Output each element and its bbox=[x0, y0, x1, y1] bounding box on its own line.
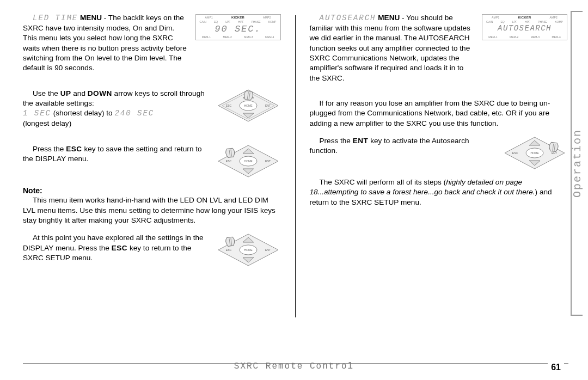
lcd-amp2: AMP2 bbox=[263, 16, 271, 19]
display-esc-paragraph: At this point you have explored all the … bbox=[23, 233, 208, 263]
autosearch-paragraph: AUTOSEARCH MENU - You should be familiar… bbox=[310, 13, 475, 83]
remote-diagram-esc: ESC HOME ENT bbox=[216, 144, 281, 178]
up-down-block: Use the UP and DOWN arrow keys to scroll… bbox=[23, 89, 281, 137]
remote-diagram-updown: ESC HOME ENT bbox=[216, 89, 281, 122]
esc-key-label-2: ESC bbox=[112, 244, 127, 252]
note-paragraph: This menu item works hand-in-hand with t… bbox=[23, 195, 281, 225]
lcd-display-90sec: AMP1KICKERAMP2 GAINEQLPFHPFPHASEKOMP 90 … bbox=[195, 14, 281, 40]
svg-text:HOME: HOME bbox=[531, 151, 540, 155]
svg-text:ENT: ENT bbox=[265, 248, 271, 252]
content-columns: LED TIME MENU - The backlit keys on the … bbox=[23, 13, 572, 318]
svg-text:ENT: ENT bbox=[265, 104, 271, 107]
lcd-logo: KICKER bbox=[231, 16, 244, 19]
seg-1sec: 1 SEC bbox=[23, 109, 51, 118]
svg-text:HOME: HOME bbox=[244, 104, 253, 107]
left-column: LED TIME MENU - The backlit keys on the … bbox=[23, 13, 281, 318]
remote-diagram-ent: ESC HOME ENT bbox=[502, 136, 567, 170]
seg-autosearch: AUTOSEARCH bbox=[320, 14, 376, 22]
autosearch-text: - You should be familiar with this menu … bbox=[310, 14, 470, 82]
svg-text:ESC: ESC bbox=[512, 151, 518, 155]
lcd-display-autosearch: AMP1KICKERAMP2 GAINEQLPFHPFPHASEKOMP AUT… bbox=[482, 14, 567, 40]
footer-title: SXRC Remote Control bbox=[0, 361, 588, 371]
led-time-text: - The backlit keys on the SXRC have two … bbox=[23, 14, 187, 72]
ent-key-label: ENT bbox=[353, 137, 369, 145]
column-divider bbox=[295, 15, 296, 317]
led-time-paragraph: LED TIME MENU - The backlit keys on the … bbox=[23, 13, 188, 73]
ent-activate-paragraph: Press the ENT key to activate the Autose… bbox=[310, 136, 495, 156]
menu-label: MENU bbox=[78, 14, 102, 22]
lcd-main-text-1: 90 SEC. bbox=[196, 24, 280, 34]
ent-activate-block: Press the ENT key to activate the Autose… bbox=[310, 136, 568, 170]
esc-save-paragraph: Press the ESC key to save the setting an… bbox=[23, 144, 208, 164]
esc-save-block: Press the ESC key to save the setting an… bbox=[23, 144, 281, 178]
svg-text:ENT: ENT bbox=[552, 151, 557, 155]
perform-steps-paragraph: The SXRC will perform all of its steps (… bbox=[310, 177, 568, 207]
lcd-amp1: AMP1 bbox=[205, 16, 212, 19]
esc-key-label: ESC bbox=[66, 145, 82, 153]
page-number: 61 bbox=[548, 363, 564, 372]
seg-led-time: LED TIME bbox=[33, 14, 78, 22]
svg-text:ENT: ENT bbox=[265, 160, 271, 163]
svg-text:HOME: HOME bbox=[244, 160, 253, 163]
svg-text:ESC: ESC bbox=[225, 160, 231, 163]
seg-240sec: 240 SEC bbox=[114, 109, 154, 118]
sidebar-label: Operation bbox=[571, 129, 584, 198]
svg-text:ESC: ESC bbox=[225, 248, 231, 252]
autosearch-para-block: AUTOSEARCH MENU - You should be familiar… bbox=[310, 13, 568, 91]
sidebar-tab: Operation bbox=[571, 11, 583, 316]
svg-text:HOME: HOME bbox=[244, 248, 253, 252]
remote-diagram-esc2: ESC HOME ENT bbox=[216, 233, 281, 267]
down-key-label: DOWN bbox=[88, 89, 112, 97]
lcd-main-text-2: AUTOSEARCH bbox=[482, 24, 567, 33]
menu-label-2: MENU bbox=[376, 14, 400, 22]
display-esc-block: At this point you have explored all the … bbox=[23, 233, 281, 271]
up-down-paragraph: Use the UP and DOWN arrow keys to scroll… bbox=[23, 89, 208, 129]
led-time-para-block: LED TIME MENU - The backlit keys on the … bbox=[23, 13, 281, 81]
up-key-label: UP bbox=[60, 89, 71, 97]
lose-amp-paragraph: If for any reason you lose an amplifier … bbox=[310, 99, 568, 128]
svg-text:ESC: ESC bbox=[225, 104, 231, 107]
right-column: AUTOSEARCH MENU - You should be familiar… bbox=[310, 13, 572, 318]
note-heading: Note: bbox=[23, 186, 281, 196]
page: LED TIME MENU - The backlit keys on the … bbox=[0, 0, 588, 380]
